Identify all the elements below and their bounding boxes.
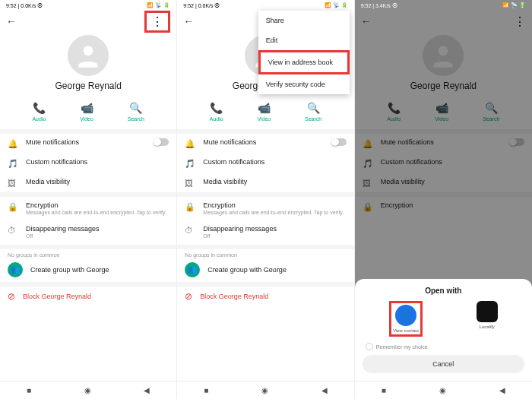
app-label: View contact xyxy=(393,328,419,333)
menu-view-address-book[interactable]: View in address book xyxy=(258,50,350,74)
group-icon: 👥 xyxy=(8,262,23,277)
nav-recent-icon[interactable]: ■ xyxy=(382,386,386,394)
video-call-button[interactable]: 📹Video xyxy=(80,102,93,122)
encryption-label: Encryption xyxy=(26,201,169,209)
search-icon: 🔍 xyxy=(129,102,142,114)
menu-edit[interactable]: Edit xyxy=(258,30,350,50)
settings-list: 🔔Mute notifications 🎵Custom notification… xyxy=(0,134,176,381)
block-icon: ⊘ xyxy=(185,291,192,302)
custom-label: Custom notifications xyxy=(26,158,169,166)
nav-back-icon[interactable]: ◀ xyxy=(321,386,328,394)
screen-2: 9:52 | 0.0K/s ⦿ 📶 📡 🔋 ← ⋮ George Reynald… xyxy=(177,0,354,399)
nav-recent-icon[interactable]: ■ xyxy=(27,386,31,394)
mute-toggle[interactable] xyxy=(331,138,347,146)
disappear-label: Disappearing messages xyxy=(203,225,346,233)
bell-icon: 🔔 xyxy=(185,139,195,149)
status-bar: 9:52 | 0.0K/s ⦿ 📶 📡 🔋 xyxy=(0,0,176,11)
nav-back-icon[interactable]: ◀ xyxy=(144,386,150,394)
cancel-button[interactable]: Cancel xyxy=(363,355,524,373)
app-view-contact[interactable]: 👤 View contact xyxy=(389,301,423,337)
video-call-button[interactable]: 📹Video xyxy=(257,102,271,122)
mute-label: Mute notifications xyxy=(26,138,146,146)
video-label: Video xyxy=(257,116,271,122)
audio-call-button[interactable]: 📞Audio xyxy=(32,102,46,122)
create-group-label: Create group with George xyxy=(207,266,287,274)
block-icon: ⊘ xyxy=(8,291,15,302)
timer-icon: ⏱ xyxy=(185,226,195,235)
encryption-sub: Messages and calls are end-to-end encryp… xyxy=(26,210,169,216)
nav-bar: ■ ◉ ◀ xyxy=(0,381,176,399)
search-label: Search xyxy=(305,116,321,122)
phone-icon: 📞 xyxy=(210,102,223,114)
menu-button-highlight[interactable]: ⋮ xyxy=(144,11,170,33)
disappear-row[interactable]: ⏱Disappearing messagesOff xyxy=(0,220,176,244)
mute-label: Mute notifications xyxy=(203,138,323,146)
app-localify[interactable]: Localify xyxy=(477,301,498,337)
nav-recent-icon[interactable]: ■ xyxy=(204,386,208,394)
music-icon: 🎵 xyxy=(8,159,18,169)
nav-back-icon[interactable]: ◀ xyxy=(499,386,505,394)
remember-choice[interactable]: Remember my choice xyxy=(363,343,524,355)
custom-label: Custom notifications xyxy=(203,158,346,166)
localify-app-icon xyxy=(477,301,498,322)
status-icons: 📶 📡 🔋 xyxy=(502,2,526,8)
menu-verify[interactable]: Verify security code xyxy=(258,74,350,94)
groups-section-label: No groups in common xyxy=(0,249,176,258)
lock-icon: 🔒 xyxy=(185,202,195,212)
search-button[interactable]: 🔍Search xyxy=(305,102,321,122)
lock-icon: 🔒 xyxy=(8,202,18,212)
media-label: Media visibility xyxy=(203,178,346,185)
back-icon[interactable]: ← xyxy=(183,15,194,27)
screen-1: 9:52 | 0.0K/s ⦿ 📶 📡 🔋 ← ⋮ George Reynald… xyxy=(0,0,177,399)
avatar-section: George Reynald xyxy=(0,32,176,97)
contact-app-icon: 👤 xyxy=(395,305,416,326)
music-icon: 🎵 xyxy=(185,159,195,169)
settings-list: 🔔Mute notifications 🎵Custom notification… xyxy=(177,134,353,381)
app-label: Localify xyxy=(479,325,494,329)
mute-row[interactable]: 🔔Mute notifications xyxy=(177,134,353,154)
image-icon: 🖼 xyxy=(185,179,195,188)
disappear-row[interactable]: ⏱Disappearing messagesOff xyxy=(177,220,353,244)
block-row[interactable]: ⊘Block George Reynald xyxy=(0,287,176,306)
custom-row[interactable]: 🎵Custom notifications xyxy=(177,154,353,173)
create-group-row[interactable]: 👥Create group with George xyxy=(0,258,176,282)
status-icons: 📶 📡 🔋 xyxy=(325,2,348,8)
audio-call-button[interactable]: 📞Audio xyxy=(210,102,223,122)
encryption-row[interactable]: 🔒EncryptionMessages and calls are end-to… xyxy=(0,197,176,220)
video-icon: 📹 xyxy=(81,102,93,114)
nav-home-icon[interactable]: ◉ xyxy=(84,386,91,394)
video-icon: 📹 xyxy=(258,102,271,114)
disappear-sub: Off xyxy=(203,233,346,239)
search-button[interactable]: 🔍Search xyxy=(128,102,144,122)
audio-label: Audio xyxy=(210,116,223,122)
search-icon: 🔍 xyxy=(307,102,320,114)
nav-home-icon[interactable]: ◉ xyxy=(439,386,446,394)
status-bar: 9:52 | 0.0K/s ⦿ 📶 📡 🔋 xyxy=(177,0,353,11)
nav-home-icon[interactable]: ◉ xyxy=(261,386,268,394)
back-icon[interactable]: ← xyxy=(6,15,17,27)
dots-icon: ⋮ xyxy=(151,15,163,28)
custom-row[interactable]: 🎵Custom notifications xyxy=(0,154,176,173)
remember-checkbox[interactable] xyxy=(366,343,373,350)
create-group-row[interactable]: 👥Create group with George xyxy=(177,258,353,282)
image-icon: 🖼 xyxy=(8,179,18,188)
status-bar: 9:52 | 3.4K/s ⦿ 📶 📡 🔋 xyxy=(355,0,532,11)
avatar[interactable] xyxy=(68,35,109,76)
media-row[interactable]: 🖼Media visibility xyxy=(177,173,353,192)
menu-share[interactable]: Share xyxy=(258,11,350,30)
open-with-sheet: Open with 👤 View contact Localify Rememb… xyxy=(355,279,532,381)
encryption-sub: Messages and calls are end-to-end encryp… xyxy=(203,210,346,216)
groups-section-label: No groups in common xyxy=(177,249,353,258)
mute-row[interactable]: 🔔Mute notifications xyxy=(0,134,176,154)
block-label: Block George Reynald xyxy=(200,293,268,300)
status-time: 9:52 | 0.0K/s ⦿ xyxy=(6,3,43,8)
encryption-row[interactable]: 🔒EncryptionMessages and calls are end-to… xyxy=(177,197,353,220)
create-group-label: Create group with George xyxy=(30,266,109,274)
encryption-label: Encryption xyxy=(203,201,346,209)
media-row[interactable]: 🖼Media visibility xyxy=(0,173,176,192)
mute-toggle[interactable] xyxy=(154,138,169,146)
action-row: 📞Audio 📹Video 🔍Search xyxy=(0,97,176,129)
block-row[interactable]: ⊘Block George Reynald xyxy=(177,287,353,306)
bell-icon: 🔔 xyxy=(8,139,18,149)
disappear-sub: Off xyxy=(26,233,169,239)
